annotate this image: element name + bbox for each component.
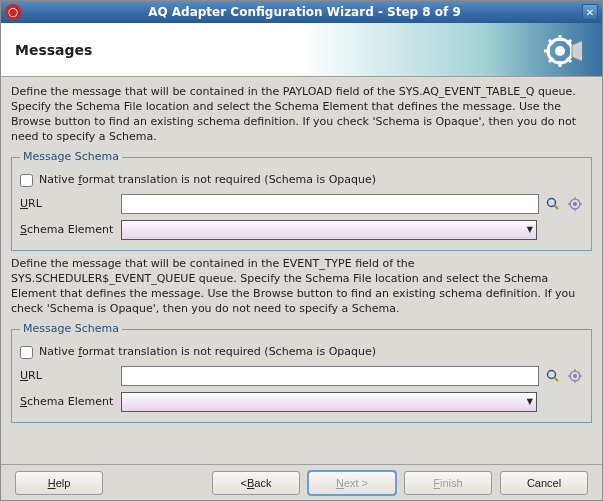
app-icon: ◯ <box>5 4 21 20</box>
section1-legend: Message Schema <box>20 150 122 165</box>
section2-legend: Message Schema <box>20 322 122 337</box>
button-bar: Help < Back Next > Finish Cancel <box>1 464 602 500</box>
chevron-down-icon: ▼ <box>527 397 533 408</box>
content-area: Define the message that will be containe… <box>1 77 602 464</box>
help-button[interactable]: Help <box>15 471 103 495</box>
svg-point-21 <box>573 374 577 378</box>
page-heading: Messages <box>15 42 92 58</box>
close-button[interactable]: ✕ <box>582 4 598 20</box>
gear-icon <box>568 369 582 383</box>
section1-url-row: URL <box>20 194 583 214</box>
browse-icon-1[interactable] <box>545 196 561 212</box>
section2-schema-row: Schema Element ▼ <box>20 392 583 412</box>
url-label-1: URL <box>20 197 115 212</box>
url-label-2: URL <box>20 369 115 384</box>
settings-icon-2[interactable] <box>567 368 583 384</box>
section2-url-row: URL <box>20 366 583 386</box>
schema-combo-2[interactable]: ▼ <box>121 392 537 412</box>
wizard-window: ◯ AQ Adapter Configuration Wizard - Step… <box>0 0 603 501</box>
opaque-label-1: Native format translation is not require… <box>39 173 376 188</box>
svg-point-10 <box>548 199 556 207</box>
opaque-checkbox-1[interactable] <box>20 174 33 187</box>
section1-opaque-row: Native format translation is not require… <box>20 173 583 188</box>
window-title: AQ Adapter Configuration Wizard - Step 8… <box>27 5 582 19</box>
magnifier-icon <box>546 197 560 211</box>
section1-schema-row: Schema Element ▼ <box>20 220 583 240</box>
section1-description: Define the message that will be containe… <box>11 85 592 144</box>
gear-decoration-icon <box>542 31 582 71</box>
opaque-checkbox-2[interactable] <box>20 346 33 359</box>
section2-fieldset: Message Schema Native format translation… <box>11 322 592 423</box>
svg-point-1 <box>555 46 565 56</box>
svg-line-11 <box>555 206 559 210</box>
magnifier-icon <box>546 369 560 383</box>
svg-line-19 <box>555 378 559 382</box>
settings-icon-1[interactable] <box>567 196 583 212</box>
schema-label-1: Schema Element <box>20 223 115 238</box>
url-input-2[interactable] <box>121 366 539 386</box>
cancel-button[interactable]: Cancel <box>500 471 588 495</box>
chevron-down-icon: ▼ <box>527 225 533 236</box>
schema-combo-1[interactable]: ▼ <box>121 220 537 240</box>
next-button[interactable]: Next > <box>308 471 396 495</box>
gear-icon <box>568 197 582 211</box>
schema-label-2: Schema Element <box>20 395 115 410</box>
finish-button[interactable]: Finish <box>404 471 492 495</box>
titlebar: ◯ AQ Adapter Configuration Wizard - Step… <box>1 1 602 23</box>
section2-opaque-row: Native format translation is not require… <box>20 345 583 360</box>
section2-description: Define the message that will be containe… <box>11 257 592 316</box>
header-banner: Messages <box>1 23 602 77</box>
svg-point-13 <box>573 202 577 206</box>
section1-fieldset: Message Schema Native format translation… <box>11 150 592 251</box>
back-button[interactable]: < Back <box>212 471 300 495</box>
opaque-label-2: Native format translation is not require… <box>39 345 376 360</box>
svg-point-18 <box>548 371 556 379</box>
browse-icon-2[interactable] <box>545 368 561 384</box>
url-input-1[interactable] <box>121 194 539 214</box>
